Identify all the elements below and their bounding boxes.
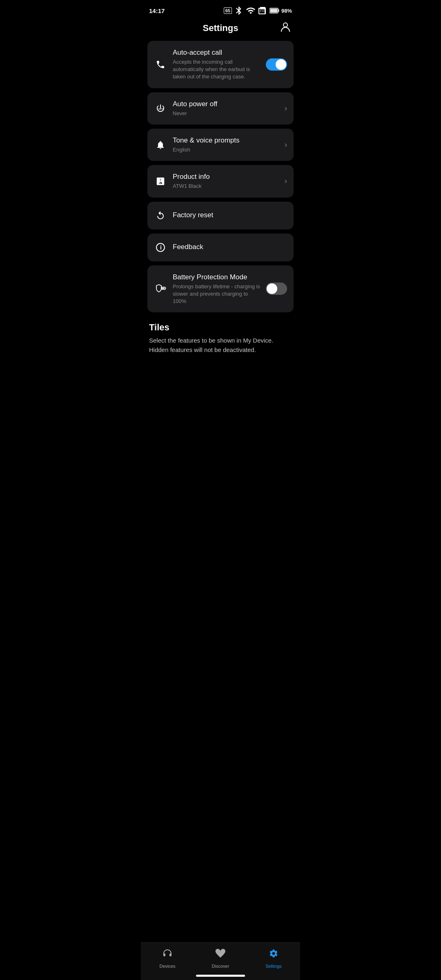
status-bar: 14:17 65 98% [141,0,300,19]
product-info-title: Product info [173,172,279,181]
tone-voice-title: Tone & voice prompts [173,136,279,145]
wifi-icon [246,6,256,16]
settings-item-factory-reset[interactable]: Factory reset [147,202,294,229]
feedback-title: Feedback [173,243,287,252]
product-info-subtitle: ATW1 Black [173,183,279,190]
tone-voice-content: Tone & voice prompts English [173,136,279,154]
battery-protection-content: Battery Protection Mode Prolongs battery… [173,273,260,305]
auto-accept-call-toggle-wrapper [266,58,287,71]
settings-item-product-info[interactable]: Product info ATW1 Black › [147,165,294,197]
heart-icon [215,948,226,962]
status-icons: 65 98% [224,6,292,16]
call-icon [154,58,167,71]
auto-accept-call-title: Auto-accept call [173,48,260,57]
page-header: Settings [141,19,300,41]
svg-point-3 [283,23,287,27]
settings-list: Auto-accept call Accepts the incoming ca… [141,41,300,312]
toggle-knob [276,59,286,70]
factory-reset-title: Factory reset [173,211,287,220]
tiles-description: Select the features to be shown in My De… [149,336,292,354]
battery-protection-toggle[interactable] [266,283,287,295]
time: 14:17 [149,7,165,14]
auto-accept-call-content: Auto-accept call Accepts the incoming ca… [173,48,260,81]
auto-power-off-subtitle: Never [173,110,279,117]
nav-discover[interactable]: Discover [194,948,247,969]
auto-power-off-content: Auto power off Never [173,100,279,117]
nav-devices[interactable]: Devices [141,948,194,969]
profile-button[interactable] [279,20,292,36]
battery-icon [270,8,279,13]
settings-item-feedback[interactable]: i Feedback [147,234,294,261]
nav-discover-label: Discover [212,964,229,969]
battery-percent: 98% [281,8,292,14]
chevron-icon: › [285,177,287,185]
feedback-content: Feedback [173,243,287,252]
nav-devices-label: Devices [159,964,175,969]
chevron-icon: › [285,104,287,113]
tone-voice-chevron: › [285,140,287,149]
reset-icon [154,209,167,222]
battery-protection-icon [154,282,167,295]
nosim-icon [258,6,267,16]
chevron-icon: › [285,140,287,149]
svg-rect-2 [270,9,277,13]
nav-settings-label: Settings [265,964,282,969]
power-icon: AUTO [154,102,167,115]
svg-rect-13 [165,288,166,289]
hz-icon: 65 [224,7,232,14]
toggle-knob [267,283,277,294]
settings-item-auto-accept-call[interactable]: Auto-accept call Accepts the incoming ca… [147,41,294,88]
product-info-chevron: › [285,177,287,185]
auto-accept-call-subtitle: Accepts the incoming call automatically … [173,58,260,81]
auto-power-off-title: Auto power off [173,100,279,109]
product-info-content: Product info ATW1 Black [173,172,279,190]
tiles-title: Tiles [149,322,292,333]
settings-item-tone-voice[interactable]: Tone & voice prompts English › [147,129,294,161]
battery-protection-title: Battery Protection Mode [173,273,260,282]
auto-accept-call-toggle[interactable] [266,58,287,71]
svg-text:i: i [160,244,162,251]
battery-protection-toggle-wrapper [266,283,287,295]
bell-icon [154,138,167,151]
tiles-section: Tiles Select the features to be shown in… [141,312,300,361]
svg-rect-1 [278,9,279,12]
feedback-icon: i [154,241,167,254]
auto-power-off-chevron: › [285,104,287,113]
svg-text:AUTO: AUTO [158,108,164,110]
nav-settings[interactable]: Settings [247,948,300,969]
tone-voice-subtitle: English [173,146,279,154]
factory-reset-content: Factory reset [173,211,287,220]
svg-rect-14 [162,288,165,289]
settings-item-auto-power-off[interactable]: AUTO Auto power off Never › [147,92,294,125]
headphones-icon [162,948,173,962]
settings-item-battery-protection[interactable]: Battery Protection Mode Prolongs battery… [147,265,294,313]
bluetooth-icon [234,6,244,16]
gear-icon [268,948,279,962]
product-info-icon [154,175,167,188]
page-title: Settings [203,23,238,33]
home-indicator [196,975,245,977]
battery-protection-subtitle: Prolongs battery lifetime - charging is … [173,283,260,305]
